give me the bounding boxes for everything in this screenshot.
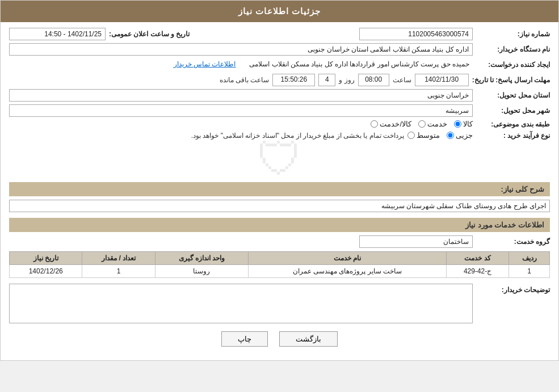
- deadline-label: مهلت ارسال پاسخ: تا تاریخ:: [472, 76, 550, 84]
- deadline-remaining: 15:50:26: [272, 74, 315, 86]
- row-category: طبقه بندی موضوعی: کالا/خدمت خدمت کالا: [9, 120, 550, 128]
- announce-value: 1402/11/25 - 14:50: [9, 28, 106, 40]
- service-group-label: گروه خدمت:: [476, 238, 550, 246]
- creator-label: ایجاد کننده درخواست:: [476, 61, 550, 69]
- row-need-number: شماره نیاز: 1102005463000574 تاریخ و ساع…: [9, 28, 550, 40]
- page-title: جزئیات اطلاعات نیاز: [238, 6, 321, 16]
- creator-value: حمیده حق پرست کارشناس امور قراردادها ادا…: [243, 58, 473, 71]
- row-service-group: گروه خدمت: ساختمان: [9, 235, 550, 248]
- row-city: شهر محل تحویل: سربیشه: [9, 104, 550, 117]
- process-label: نوع فرآیند خرید :: [476, 132, 550, 140]
- radio-service-label: خدمت: [427, 120, 447, 128]
- cell-quantity: 1: [82, 265, 155, 278]
- radio-jozi[interactable]: [447, 132, 454, 139]
- buyer-desc-label: توضیحات خریدار:: [476, 286, 550, 294]
- deadline-time-label: ساعت: [393, 76, 411, 84]
- radio-service[interactable]: [418, 120, 426, 128]
- contact-link[interactable]: اطلاعات تماس خریدار: [9, 58, 239, 71]
- process-option-jozi[interactable]: جزیی: [447, 131, 473, 140]
- province-label: استان محل تحویل:: [476, 91, 550, 99]
- row-deadline: مهلت ارسال پاسخ: تا تاریخ: 1402/11/30 سا…: [9, 74, 550, 86]
- radio-motevaset[interactable]: [407, 132, 415, 139]
- col-code: کد خدمت: [446, 252, 509, 265]
- org-name-label: نام دستگاه خریدار:: [476, 45, 550, 53]
- org-name-value: اداره کل بنیاد مسکن انقلاب اسلامی استان …: [9, 43, 473, 56]
- row-province: استان محل تحویل: خراسان جنوبی: [9, 89, 550, 102]
- cell-row: 1: [509, 265, 550, 278]
- buyer-desc-textarea[interactable]: [9, 284, 473, 323]
- table-row: 1ج-42-429ساخت سایر پروژه‌های مهندسی عمرا…: [10, 265, 550, 278]
- radio-khadmat[interactable]: [371, 120, 378, 128]
- col-unit: واحد اندازه گیری: [155, 252, 248, 265]
- button-row: بازگشت چاپ: [9, 331, 550, 347]
- deadline-remaining-label: ساعت باقی مانده: [220, 76, 270, 84]
- row-buyer-desc: توضیحات خریدار:: [9, 284, 550, 323]
- need-number-label: شماره نیاز:: [476, 30, 550, 38]
- watermark-area: 🛡: [9, 142, 550, 176]
- category-option-service[interactable]: خدمت: [418, 120, 447, 128]
- row-creator: ایجاد کننده درخواست: حمیده حق پرست کارشن…: [9, 58, 550, 71]
- page-header: جزئیات اطلاعات نیاز: [1, 1, 558, 22]
- print-button[interactable]: چاپ: [221, 331, 268, 347]
- province-value: خراسان جنوبی: [9, 89, 473, 102]
- back-button[interactable]: بازگشت: [279, 331, 338, 347]
- row-description: اجرای طرح هادی روستای طناک سفلی شهرستان …: [9, 200, 550, 212]
- row-org-name: نام دستگاه خریدار: اداره کل بنیاد مسکن ا…: [9, 43, 550, 56]
- section-services: اطلاعات خدمات مورد نیاز: [9, 218, 550, 232]
- col-date: تاریخ نیاز: [10, 252, 82, 265]
- need-number-value: 1102005463000574: [359, 28, 473, 40]
- cell-date: 1402/12/26: [10, 265, 82, 278]
- col-name: نام خدمت: [249, 252, 447, 265]
- radio-khadmat-label: کالا/خدمت: [380, 120, 411, 128]
- radio-motevaset-label: متوسط: [417, 131, 440, 140]
- deadline-date: 1402/11/30: [415, 74, 469, 86]
- category-label: طبقه بندی موضوعی:: [476, 120, 550, 128]
- page-wrapper: جزئیات اطلاعات نیاز شماره نیاز: 11020054…: [0, 0, 559, 361]
- deadline-time: 08:00: [358, 74, 389, 86]
- cell-name: ساخت سایر پروژه‌های مهندسی عمران: [249, 265, 447, 278]
- radio-kala-label: کالا: [463, 120, 473, 128]
- services-section-label: اطلاعات خدمات مورد نیاز: [465, 221, 544, 229]
- process-note: پرداخت تمام یا بخشی از مبلغ خریدار از مح…: [9, 132, 404, 140]
- announce-label: تاریخ و ساعت اعلان عمومی:: [109, 30, 190, 38]
- cell-unit: روستا: [155, 265, 248, 278]
- main-content: شماره نیاز: 1102005463000574 تاریخ و ساع…: [1, 22, 558, 360]
- cell-code: ج-42-429: [446, 265, 509, 278]
- col-row: ردیف: [509, 252, 550, 265]
- radio-kala[interactable]: [454, 120, 461, 128]
- category-radio-group: کالا/خدمت خدمت کالا: [371, 120, 473, 128]
- category-option-kala[interactable]: کالا: [454, 120, 473, 128]
- services-table: ردیف کد خدمت نام خدمت واحد اندازه گیری ت…: [9, 251, 550, 278]
- process-radio-group: متوسط جزیی: [407, 131, 473, 140]
- process-option-motevaset[interactable]: متوسط: [407, 131, 440, 140]
- category-option-khadmat[interactable]: کالا/خدمت: [371, 120, 411, 128]
- city-label: شهر محل تحویل:: [476, 107, 550, 115]
- radio-jozi-label: جزیی: [456, 131, 473, 140]
- deadline-day-label: روز و: [339, 76, 354, 84]
- col-quantity: تعداد / مقدار: [82, 252, 155, 265]
- shield-watermark: 🛡: [257, 133, 302, 186]
- service-group-value: ساختمان: [359, 235, 473, 248]
- city-value: سربیشه: [9, 104, 473, 117]
- deadline-days: 4: [318, 74, 335, 86]
- description-label: شرح کلی نیاز:: [501, 185, 544, 193]
- description-value: اجرای طرح هادی روستای طناک سفلی شهرستان …: [9, 200, 550, 212]
